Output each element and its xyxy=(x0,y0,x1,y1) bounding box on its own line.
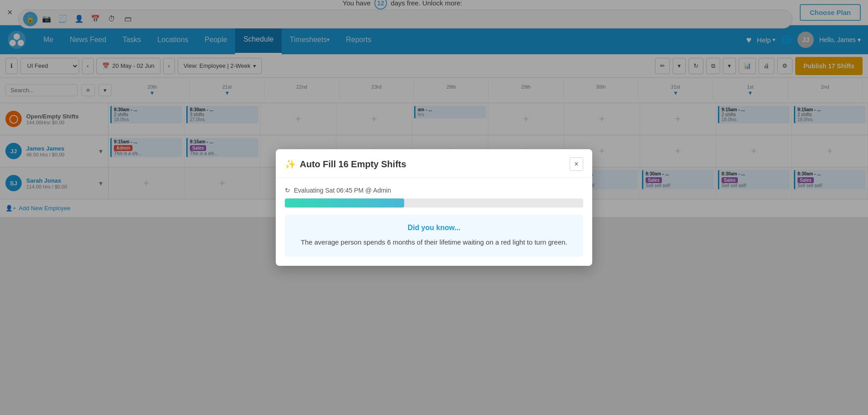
modal-close-button[interactable]: × xyxy=(570,157,583,171)
modal-overlay: ✨ Auto Fill 16 Empty Shifts × ↻ Evaluati… xyxy=(0,0,868,415)
progress-bar-fill xyxy=(285,198,404,208)
wand-icon: ✨ xyxy=(285,159,296,170)
spin-icon: ↻ xyxy=(285,187,290,194)
evaluating-row: ↻ Evaluating Sat 06:45 PM @ Admin xyxy=(285,187,583,194)
did-you-know-box: Did you know... The average person spend… xyxy=(285,215,583,257)
modal-header: ✨ Auto Fill 16 Empty Shifts × xyxy=(276,149,592,178)
modal-body: ↻ Evaluating Sat 06:45 PM @ Admin Did yo… xyxy=(276,178,592,266)
autofill-modal: ✨ Auto Fill 16 Empty Shifts × ↻ Evaluati… xyxy=(276,149,592,266)
did-you-know-title: Did you know... xyxy=(294,224,574,232)
modal-title: ✨ Auto Fill 16 Empty Shifts xyxy=(285,159,406,170)
progress-bar xyxy=(285,198,583,208)
did-you-know-text: The average person spends 6 months of th… xyxy=(294,237,574,248)
